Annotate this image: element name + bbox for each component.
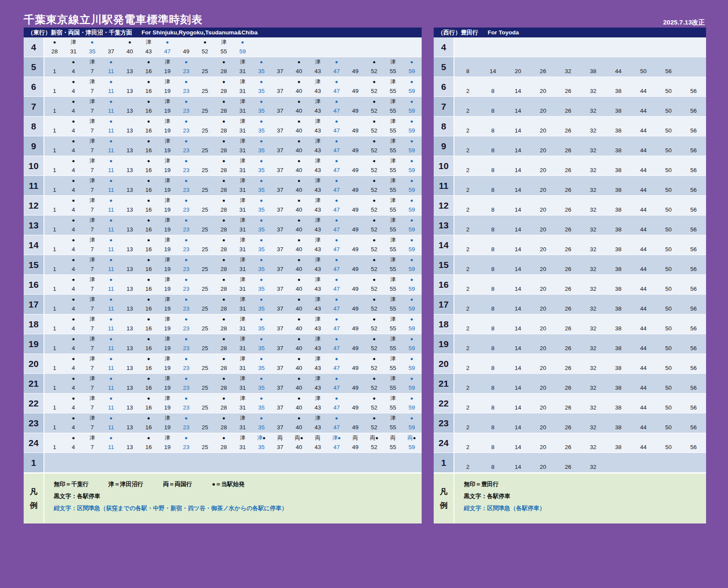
train-cell: 13: [120, 314, 139, 334]
departure-minute: 23: [183, 86, 189, 95]
train-cell: ●28: [214, 97, 233, 116]
origin-dot-icon: ●: [410, 416, 413, 421]
train-type-marker: ●: [260, 216, 263, 225]
train-cell: 56: [681, 433, 706, 453]
train-cell: 1: [45, 136, 64, 156]
departure-minute: 11: [108, 126, 114, 135]
train-cell: 8: [480, 413, 505, 433]
departure-minute: 47: [333, 304, 340, 313]
train-cell: 49: [346, 255, 365, 274]
departure-minute: 37: [277, 403, 284, 412]
origin-dot-icon: ●: [222, 396, 225, 401]
departure-minute: 52: [371, 145, 377, 155]
train-type-marker: ●: [204, 38, 207, 46]
departure-minute: 35: [258, 284, 265, 293]
train-type-marker: ●: [109, 414, 112, 422]
train-type-marker: ●: [410, 77, 413, 86]
train-cell: 津31: [233, 235, 252, 255]
departure-minute: 26: [565, 442, 571, 452]
departure-minute: 40: [296, 185, 302, 194]
departure-minute: 35: [258, 363, 265, 373]
train-cell: ●47: [327, 57, 346, 77]
origin-dot-icon: ●: [222, 257, 225, 262]
train-type-marker: ●: [185, 335, 188, 343]
train-cell: ●16: [139, 374, 158, 393]
departure-minute: 50: [665, 264, 672, 274]
train-cell: 32: [580, 453, 605, 472]
departure-minute: 14: [515, 264, 521, 274]
departure-minute: 35: [258, 185, 265, 194]
train-type-marker: 津: [315, 58, 321, 66]
departure-minute: 50: [665, 323, 672, 333]
train-cell: 26: [555, 374, 580, 393]
train-cell: ●4: [64, 433, 83, 453]
departure-minute: 28: [221, 284, 227, 293]
train-cell: ●16: [139, 117, 158, 136]
departure-minute: 20: [540, 403, 546, 412]
train-cell: 1: [45, 295, 64, 314]
departure-minute: 25: [202, 323, 208, 333]
origin-dot-icon: ●: [260, 119, 263, 124]
departure-minute: 26: [565, 343, 571, 353]
train-type-marker: ●: [72, 117, 75, 126]
departure-minute: 49: [183, 46, 189, 56]
train-cell: ●4: [64, 136, 83, 156]
destination-kanji: 津: [332, 435, 338, 441]
train-cell: ●52: [365, 255, 384, 274]
departure-minute: 56: [690, 403, 697, 412]
train-cell: 25: [196, 314, 215, 334]
destination-kanji: 津: [390, 297, 396, 302]
hour-label: 13: [24, 215, 44, 235]
departure-minute: 7: [90, 244, 94, 254]
train-cell: 56: [681, 215, 706, 235]
hour-label: 18: [434, 314, 454, 334]
train-cell: ●28: [214, 136, 233, 156]
departure-minute: 25: [202, 422, 208, 432]
train-cell: ●23: [177, 394, 196, 413]
origin-dot-icon: ●: [72, 297, 75, 302]
train-cell: ●4: [64, 275, 83, 294]
departure-minute: 19: [164, 343, 170, 353]
origin-dot-icon: ●: [72, 396, 75, 401]
train-type-marker: 津: [89, 157, 95, 165]
origin-dot-icon: ●: [260, 158, 263, 163]
departure-minute: 1: [53, 165, 56, 175]
train-type-marker: ●: [72, 196, 75, 205]
train-cell: ●52: [365, 196, 384, 215]
train-type-marker: ●: [335, 58, 338, 66]
destination-kanji: 津: [165, 59, 170, 65]
departure-minute: 31: [239, 205, 246, 214]
origin-dot-icon: ●: [297, 376, 300, 381]
train-cell: 20: [531, 215, 555, 235]
train-cell: 津43: [308, 413, 327, 433]
train-cell: 37: [102, 37, 120, 57]
departure-minute: 1: [53, 205, 56, 214]
train-cell: 津43: [308, 314, 327, 334]
train-cell: ●35: [252, 196, 271, 215]
hour-label: 17: [434, 295, 454, 314]
departure-minute: 37: [277, 165, 284, 175]
train-cell: 20: [531, 354, 555, 373]
destination-kanji: 津: [89, 119, 95, 124]
train-type-marker: ●: [222, 335, 225, 343]
hour-row-18: 181●4津7●1113●16津19●2325●28津31●3537●40津43…: [24, 314, 422, 334]
train-type-marker: 津: [146, 38, 151, 46]
departure-minute: 31: [239, 165, 246, 175]
train-cell: ●4: [64, 314, 83, 334]
departure-minute: 50: [665, 304, 672, 313]
departure-minute: 43: [315, 343, 321, 353]
departure-minute: 4: [72, 244, 75, 254]
origin-dot-icon: ●: [147, 356, 150, 361]
train-type-marker: 両: [315, 434, 321, 442]
origin-dot-icon: ●: [109, 416, 112, 421]
train-cell: 8: [480, 136, 505, 156]
departure-minute: 56: [690, 343, 697, 353]
train-cell: ●16: [139, 196, 158, 215]
departure-minute: 7: [90, 264, 94, 274]
origin-dot-icon: ●: [260, 416, 263, 421]
origin-dot-icon: ●: [338, 435, 341, 440]
train-type-marker: 津: [315, 315, 321, 323]
train-type-marker: ●: [222, 157, 225, 165]
departure-minute: 43: [315, 185, 321, 194]
origin-dot-icon: ●: [72, 59, 75, 65]
